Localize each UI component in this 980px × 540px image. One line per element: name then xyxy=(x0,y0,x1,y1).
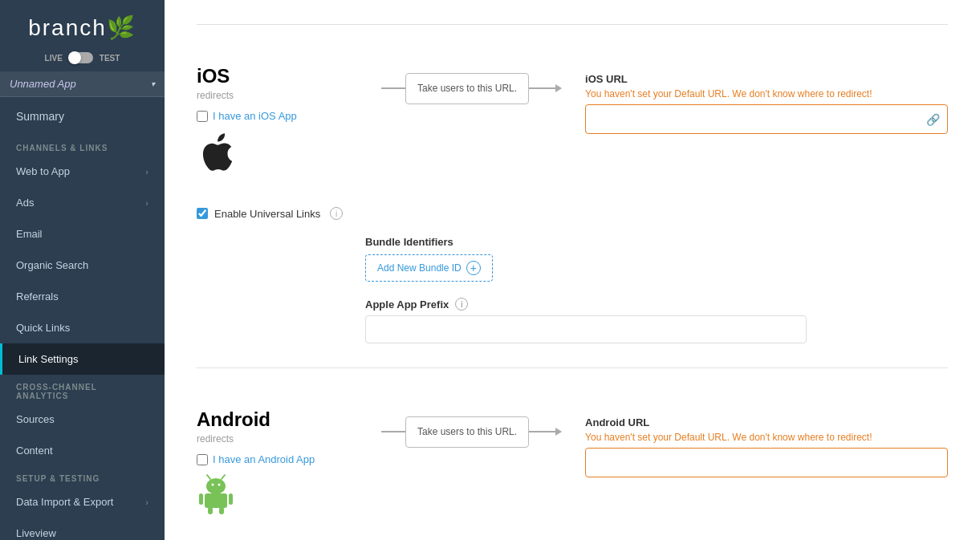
android-url-input[interactable] xyxy=(585,448,948,477)
svg-point-1 xyxy=(212,484,214,486)
android-have-app-checkbox[interactable] xyxy=(197,454,208,465)
svg-line-3 xyxy=(207,475,210,479)
sidebar-item-content[interactable]: Content xyxy=(0,435,165,466)
section-channels-label: CHANNELS & LINKS xyxy=(0,136,165,156)
section-setup-label: SETUP & TESTING xyxy=(0,466,165,486)
sidebar-item-organic-search[interactable]: Organic Search xyxy=(0,250,165,281)
sidebar-item-liveview[interactable]: Liveview xyxy=(0,518,165,540)
universal-links-label: Enable Universal Links xyxy=(214,208,320,220)
test-label: TEST xyxy=(100,54,120,63)
sidebar-item-sources[interactable]: Sources xyxy=(0,404,165,435)
android-redirect-section: Android redirects I have an Android App xyxy=(197,392,948,536)
universal-links-row: Enable Universal Links i xyxy=(197,207,948,220)
plus-icon: + xyxy=(466,261,481,275)
chevron-right-icon: › xyxy=(145,198,148,208)
live-test-toggle-row: LIVE TEST xyxy=(0,49,165,71)
sidebar-item-data-import[interactable]: Data Import & Export › xyxy=(0,486,165,518)
universal-links-checkbox[interactable] xyxy=(197,208,208,219)
ios-flow-arrow: Take users to this URL. xyxy=(381,73,561,104)
ios-url-area: iOS URL You haven't set your Default URL… xyxy=(585,73,948,134)
sidebar-item-link-settings[interactable]: Link Settings xyxy=(0,343,165,375)
svg-point-0 xyxy=(206,478,226,494)
sidebar-item-summary[interactable]: Summary xyxy=(0,97,165,136)
ios-platform-col: iOS redirects I have an iOS App xyxy=(197,65,357,178)
android-url-warning: You haven't set your Default URL. We don… xyxy=(585,432,948,443)
apple-prefix-section: Apple App Prefix i xyxy=(365,298,948,343)
android-title: Android xyxy=(197,408,357,431)
apple-icon xyxy=(197,130,235,175)
sidebar: branch🌿 LIVE TEST Unnamed App ▾ Summary … xyxy=(0,0,165,540)
sidebar-item-web-to-app[interactable]: Web to App › xyxy=(0,156,165,187)
android-icon-container xyxy=(197,472,357,520)
add-bundle-button[interactable]: Add New Bundle ID + xyxy=(365,254,493,282)
ios-url-warning: You haven't set your Default URL. We don… xyxy=(585,88,948,99)
app-selector[interactable]: Unnamed App ▾ xyxy=(0,71,165,97)
apple-icon-container xyxy=(197,130,357,178)
link-icon: 🔗 xyxy=(926,113,940,126)
android-arrow-end xyxy=(529,431,561,432)
svg-rect-6 xyxy=(199,493,203,505)
ios-have-app-link[interactable]: I have an iOS App xyxy=(213,110,297,122)
ios-title: iOS xyxy=(197,65,357,87)
chevron-down-icon: ▾ xyxy=(151,79,155,88)
android-take-url-box: Take users to this URL. xyxy=(405,416,529,448)
chevron-right-icon: › xyxy=(145,167,148,177)
svg-line-4 xyxy=(222,475,225,479)
ios-redirect-section: iOS redirects I have an iOS App xyxy=(197,49,948,194)
chevron-right-icon: › xyxy=(145,497,148,507)
android-url-label: Android URL xyxy=(585,416,948,428)
ios-url-input-wrap: 🔗 xyxy=(585,104,948,134)
ios-url-input[interactable] xyxy=(585,104,948,134)
android-platform-col: Android redirects I have an Android App xyxy=(197,408,357,520)
ios-arrow-stem xyxy=(381,87,405,89)
android-have-app-link[interactable]: I have an Android App xyxy=(213,453,315,465)
sidebar-item-email[interactable]: Email xyxy=(0,218,165,250)
apple-prefix-info-icon[interactable]: i xyxy=(455,298,468,311)
android-arrow-stem xyxy=(381,431,405,432)
ios-redirects-label: redirects xyxy=(197,90,234,101)
ios-have-app-checkbox[interactable] xyxy=(197,111,208,122)
bundle-label: Bundle Identifiers xyxy=(365,236,948,248)
top-divider xyxy=(197,24,948,25)
live-label: LIVE xyxy=(45,54,63,63)
section-analytics-label: CROSS-CHANNEL ANALYTICS xyxy=(0,375,165,404)
bundle-prefix-area: Bundle Identifiers Add New Bundle ID + A… xyxy=(365,236,948,343)
android-url-input-wrap xyxy=(585,448,948,477)
brand-logo: branch🌿 xyxy=(0,0,165,49)
android-url-area: Android URL You haven't set your Default… xyxy=(585,416,948,477)
svg-rect-9 xyxy=(219,507,224,514)
live-test-toggle[interactable] xyxy=(69,52,93,63)
ios-bottom-settings: Enable Universal Links i Bundle Identifi… xyxy=(197,207,948,351)
ios-url-label: iOS URL xyxy=(585,73,948,85)
apple-prefix-label: Apple App Prefix i xyxy=(365,298,948,311)
svg-rect-5 xyxy=(205,493,227,508)
android-icon xyxy=(197,472,235,517)
main-content: iOS redirects I have an iOS App xyxy=(165,0,980,540)
ios-take-url-box: Take users to this URL. xyxy=(405,73,529,104)
android-flow-arrow: Take users to this URL. xyxy=(381,416,561,448)
ios-arrow-end xyxy=(529,87,561,89)
sidebar-item-quick-links[interactable]: Quick Links xyxy=(0,312,165,343)
sidebar-item-ads[interactable]: Ads › xyxy=(0,187,165,218)
android-redirects-label: redirects xyxy=(197,433,234,445)
apple-prefix-input[interactable] xyxy=(365,315,807,343)
sidebar-item-referrals[interactable]: Referrals xyxy=(0,281,165,312)
universal-links-info-icon[interactable]: i xyxy=(330,207,343,220)
android-have-app-row: I have an Android App xyxy=(197,453,357,465)
summary-label: Summary xyxy=(16,110,64,123)
svg-point-2 xyxy=(218,484,221,486)
app-name: Unnamed App xyxy=(10,78,76,90)
mid-divider xyxy=(197,367,948,368)
ios-have-app-row: I have an iOS App xyxy=(197,110,357,122)
svg-rect-8 xyxy=(208,507,213,514)
svg-rect-7 xyxy=(229,493,233,505)
